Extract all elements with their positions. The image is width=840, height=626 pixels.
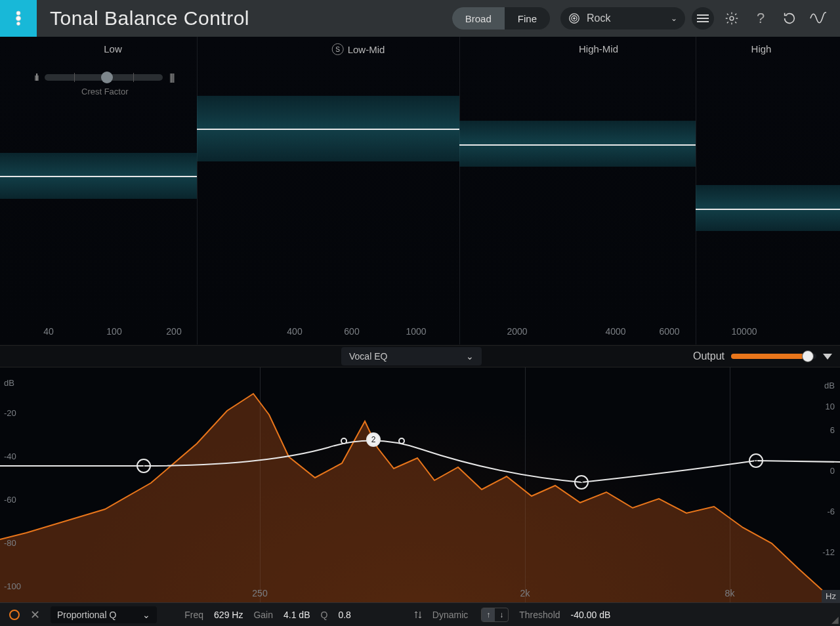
eq-node-1[interactable]: 1 bbox=[136, 459, 151, 473]
freq-tick: 100 bbox=[106, 326, 121, 337]
tonal-balance-display: Low S Low-Mid High-Mid High ıllı |||| Cr… bbox=[0, 37, 840, 345]
eq-freq-tick: 250 bbox=[252, 588, 267, 598]
preset-list-button[interactable] bbox=[692, 7, 714, 30]
izotope-logo-icon bbox=[9, 9, 28, 28]
filter-shape-label: Proportional Q bbox=[57, 610, 116, 620]
db-tick-right: -12 bbox=[822, 547, 835, 557]
eq-node-3[interactable]: 3 bbox=[574, 475, 589, 490]
db-tick-left: -60 bbox=[4, 495, 16, 505]
svg-point-1 bbox=[16, 16, 21, 21]
view-mode-broad[interactable]: Broad bbox=[452, 7, 505, 30]
brand-badge bbox=[0, 0, 37, 37]
output-gain-slider[interactable] bbox=[731, 354, 816, 359]
eq-node-4[interactable]: 4 bbox=[749, 453, 763, 468]
window-resizer[interactable]: ◢ bbox=[831, 614, 839, 625]
freq-tick: 4000 bbox=[605, 326, 625, 337]
db-tick-left: -40 bbox=[4, 451, 16, 461]
freq-tick: 10000 bbox=[732, 326, 757, 337]
freq-tick: 600 bbox=[344, 326, 359, 337]
history-icon bbox=[782, 11, 797, 26]
band-delete-button[interactable]: ✕ bbox=[30, 608, 40, 622]
freq-tick: 40 bbox=[43, 326, 54, 337]
list-icon bbox=[697, 14, 709, 23]
chevron-down-icon: ⌄ bbox=[142, 610, 150, 620]
db-tick-right: -6 bbox=[827, 507, 835, 516]
settings-button[interactable] bbox=[721, 7, 743, 30]
band-footer: ✕ Proportional Q ⌄ Freq 629 Hz Gain 4.1 … bbox=[0, 602, 840, 626]
band-power-toggle[interactable] bbox=[9, 610, 20, 620]
wave-bypass-icon bbox=[810, 11, 827, 26]
freq-tick: 400 bbox=[287, 326, 302, 337]
dynamic-label: Dynamic bbox=[432, 610, 468, 620]
db-tick-left: -20 bbox=[4, 408, 16, 418]
history-button[interactable] bbox=[778, 7, 801, 30]
chevron-down-icon: ⌄ bbox=[671, 14, 677, 23]
dynamic-down[interactable]: ↓ bbox=[495, 608, 508, 621]
filter-shape-dropdown[interactable]: Proportional Q ⌄ bbox=[51, 606, 157, 623]
hz-unit-badge: Hz bbox=[822, 590, 840, 602]
target-preset-name: Rock bbox=[587, 12, 610, 24]
app-header: Tonal Balance Control Broad Fine Rock ⌄ … bbox=[0, 0, 840, 37]
output-expand-button[interactable] bbox=[823, 354, 832, 360]
freq-value[interactable]: 629 Hz bbox=[214, 610, 243, 620]
app-title: Tonal Balance Control bbox=[37, 7, 249, 30]
db-tick-left: -100 bbox=[4, 581, 21, 591]
db-tick-right: 10 bbox=[826, 402, 835, 411]
view-mode-fine[interactable]: Fine bbox=[505, 7, 550, 30]
view-mode-toggle[interactable]: Broad Fine bbox=[452, 7, 550, 30]
eq-toolbar: Vocal EQ ⌄ Output bbox=[0, 345, 840, 367]
freq-tick: 6000 bbox=[659, 326, 679, 337]
eq-freq-tick: 8k bbox=[725, 588, 735, 598]
svg-point-9 bbox=[730, 16, 734, 20]
svg-point-2 bbox=[17, 22, 20, 26]
freq-label: Freq bbox=[184, 610, 203, 620]
eq-chart-svg bbox=[0, 367, 840, 602]
dynamic-direction-toggle[interactable]: ↑ ↓ bbox=[481, 608, 509, 622]
db-tick-right: 6 bbox=[830, 425, 835, 435]
freq-tick: 2000 bbox=[507, 326, 527, 337]
db-axis-label-right: dB bbox=[824, 381, 835, 390]
eq-freq-tick: 2k bbox=[520, 588, 530, 598]
band-col-low[interactable] bbox=[0, 37, 197, 344]
dynamic-up[interactable]: ↑ bbox=[482, 608, 495, 621]
eq-bandwidth-handle-0[interactable] bbox=[341, 438, 347, 444]
threshold-value[interactable]: -40.00 dB bbox=[571, 610, 611, 620]
band-col-lowmid[interactable] bbox=[197, 37, 459, 344]
freq-tick: 1000 bbox=[406, 326, 426, 337]
freq-tick: 200 bbox=[166, 326, 181, 337]
db-axis-label-left: dB bbox=[4, 378, 14, 388]
eq-panel[interactable]: dB dB -20-40-60-80-100 1060-6-12-18-24 2… bbox=[0, 367, 840, 602]
eq-bandwidth-handle-1[interactable] bbox=[398, 438, 405, 444]
output-label: Output bbox=[693, 350, 724, 362]
dynamic-arrows-icon bbox=[414, 610, 422, 620]
threshold-label: Threshold bbox=[519, 610, 560, 620]
gear-icon bbox=[724, 11, 739, 26]
target-icon bbox=[568, 12, 580, 24]
chevron-down-icon: ⌄ bbox=[466, 351, 474, 362]
q-value[interactable]: 0.8 bbox=[338, 610, 350, 620]
band-col-highmid[interactable] bbox=[459, 37, 696, 344]
q-label: Q bbox=[321, 610, 328, 620]
eq-instance-dropdown[interactable]: Vocal EQ ⌄ bbox=[341, 347, 482, 365]
band-col-high[interactable] bbox=[696, 37, 840, 344]
upper-frequency-axis: 40100200400600100020004000600010000 bbox=[0, 326, 840, 338]
eq-instance-name: Vocal EQ bbox=[349, 351, 387, 362]
eq-node-2[interactable]: 2 bbox=[366, 432, 381, 447]
gain-label: Gain bbox=[253, 610, 273, 620]
svg-point-5 bbox=[574, 18, 576, 20]
target-preset-dropdown[interactable]: Rock ⌄ bbox=[560, 7, 685, 30]
db-tick-left: -80 bbox=[4, 538, 16, 548]
db-tick-right: 0 bbox=[830, 466, 835, 476]
svg-point-0 bbox=[16, 11, 20, 15]
gain-value[interactable]: 4.1 dB bbox=[284, 610, 310, 620]
bypass-button[interactable] bbox=[807, 7, 830, 30]
help-button[interactable]: ? bbox=[749, 7, 772, 30]
